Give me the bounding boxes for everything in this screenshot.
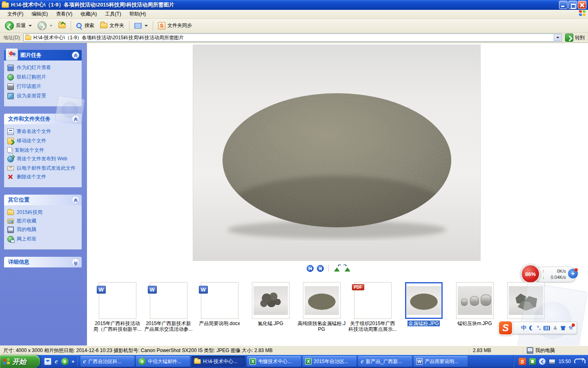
thumbnail-item[interactable]: 高纯级脱氢金属锰粉.JPG — [296, 282, 347, 343]
next-image-button[interactable] — [317, 265, 324, 272]
menu-item[interactable]: 帮助(H) — [125, 10, 150, 18]
thumbnail-label[interactable]: 关于组织2015年广西科技活动周重点展示... — [348, 321, 398, 332]
collapse-chevron-icon[interactable] — [72, 115, 79, 123]
panel-file-tasks-body: 重命名这个文件 移动这个文件 复制这个文件 — [4, 124, 82, 187]
menu-item[interactable]: 文件(F) — [3, 10, 27, 18]
thumbnail-label[interactable]: 高纯级脱氢金属锰粉.JPG — [297, 321, 347, 332]
taskbar-window-button[interactable]: e 新产品_广西新... — [358, 356, 412, 367]
ime-settings-icon[interactable]: ⚒ — [568, 325, 573, 331]
menu-item[interactable]: 编辑(E) — [27, 10, 52, 18]
taskbar-window-button[interactable]: e 中信大锰邮件... — [136, 356, 190, 367]
views-dropdown-icon[interactable] — [145, 25, 148, 27]
views-button[interactable] — [132, 22, 150, 30]
task-link[interactable]: 作为幻灯片查看 — [7, 65, 79, 71]
thumbnail-label[interactable]: 金属锰粉.JPG — [408, 321, 440, 326]
back-button[interactable]: 后退 — [2, 20, 34, 31]
address-input[interactable]: H:\4-技术中心\（1-9）各项科技活动\2015科技周\科技活动周所需图片 — [23, 34, 562, 42]
forward-button[interactable] — [35, 20, 55, 31]
thumbnail-label[interactable]: 氮化锰.JPG — [258, 321, 283, 326]
close-button[interactable] — [578, 1, 586, 9]
ime-fullhalf-moon-icon[interactable] — [529, 325, 534, 330]
taskbar-window-button[interactable]: e 广西自治区科... — [80, 356, 134, 367]
thumbnail-box[interactable] — [405, 282, 443, 319]
ime-punctuation[interactable]: °, — [537, 322, 541, 334]
thumbnail-item[interactable]: 氮化锰.JPG — [245, 282, 296, 343]
tray-usb-icon[interactable] — [529, 358, 536, 365]
thumbnail-label[interactable]: 产品简要说明.docx — [199, 321, 240, 326]
task-link[interactable]: 以电子邮件形式发送此文件 — [7, 165, 79, 171]
panel-details-header[interactable]: 详细信息 — [4, 257, 82, 267]
collapse-chevron-icon[interactable] — [72, 196, 79, 204]
tray-network-icon[interactable] — [549, 359, 555, 364]
taskbar-window-button[interactable]: X 2015年自治区... — [303, 356, 356, 367]
ime-toolbar[interactable]: S 中 °, ♟ ⚒ — [508, 322, 577, 334]
thumbnail-image — [458, 286, 492, 315]
previous-image-button[interactable] — [307, 265, 314, 272]
thumbnail-label[interactable]: 锰铝压块m.JPG — [457, 321, 492, 326]
search-button[interactable]: 搜索 — [74, 21, 97, 30]
place-link[interactable]: 2015科技周 — [7, 209, 79, 215]
tray-cloud-icon[interactable] — [574, 358, 585, 365]
forward-dropdown-icon[interactable] — [49, 25, 53, 27]
panel-picture-tasks-header[interactable]: 图片任务 — [4, 50, 82, 61]
menu-item[interactable]: 工具(T) — [101, 10, 125, 18]
thumbnail-item[interactable]: W 2015年广西科技活动周（广西科技创新平... — [92, 282, 143, 343]
thumbnail-box[interactable]: PDF — [354, 282, 392, 319]
place-link[interactable]: 网上邻居 — [7, 236, 79, 242]
expand-chevron-icon[interactable] — [72, 258, 79, 266]
thumbnail-item[interactable]: 锰铝压块m.JPG — [449, 282, 500, 343]
address-dropdown-button[interactable] — [554, 34, 561, 41]
tray-collapse-chevron[interactable] — [539, 358, 546, 365]
rotate-counterclockwise-button[interactable] — [333, 265, 341, 272]
folder-sync-button[interactable]: S 文件夹同步 — [156, 21, 194, 31]
thumbnail-box[interactable] — [252, 282, 290, 319]
menu-item[interactable]: 查看(V) — [52, 10, 76, 18]
task-link[interactable]: 重命名这个文件 — [7, 128, 79, 135]
start-button[interactable]: 开始 — [0, 355, 40, 368]
task-link[interactable]: 联机订购照片 — [7, 74, 79, 81]
menu-item[interactable]: 收藏(A) — [76, 10, 101, 18]
place-link[interactable]: 图片收藏 — [7, 218, 79, 224]
thumbnail-item[interactable]: W 2015年广西新技术新产品展示交流活动参... — [143, 282, 194, 343]
go-button[interactable]: 转到 — [564, 34, 586, 42]
speed-monitor-plus-button[interactable]: + — [568, 269, 578, 278]
thumbnail-box[interactable]: W — [99, 282, 136, 319]
rotate-clockwise-button[interactable] — [344, 265, 351, 272]
thumbnail-box[interactable] — [303, 282, 341, 319]
ime-keyboard-icon[interactable] — [543, 326, 550, 330]
thumbnail-label[interactable]: 2015年广西新技术新产品展示交流活动参... — [144, 321, 194, 332]
task-link[interactable]: 打印该图片 — [7, 83, 79, 90]
sogou-logo-icon[interactable]: S — [498, 321, 513, 335]
thumbnail-item[interactable]: PDF 关于组织2015年广西科技活动周重点展示... — [347, 282, 398, 343]
ime-skin-icon[interactable] — [560, 326, 566, 330]
minimize-button[interactable] — [559, 1, 568, 9]
thumbnail-box[interactable]: W — [150, 282, 187, 319]
thumbnail-box[interactable]: W — [201, 282, 238, 319]
tray-sogou-icon[interactable]: S — [519, 358, 526, 365]
task-link[interactable]: 将这个文件发布到 Web — [7, 156, 79, 162]
browser-green-icon[interactable]: e — [61, 358, 69, 365]
panel-other-places-header[interactable]: 其它位置 — [4, 195, 82, 205]
thumbnail-item[interactable]: W 产品简要说明.docx — [194, 282, 245, 343]
restore-button[interactable] — [568, 1, 577, 9]
up-button[interactable] — [56, 22, 68, 29]
taskbar-window-button[interactable]: X 韦慷技术中心... — [247, 356, 301, 367]
outlook-express-icon[interactable] — [44, 358, 51, 365]
thumbnail-item[interactable]: 金属锰粉.JPG — [398, 282, 449, 343]
taskbar-window-button[interactable]: W 产品简要说明... — [414, 356, 468, 367]
quick-launch-overflow-chevron[interactable]: » — [72, 359, 74, 364]
task-link[interactable]: 复制这个文件 — [7, 147, 79, 153]
ime-mode-chinese[interactable]: 中 — [521, 322, 526, 334]
folders-button[interactable]: 文件夹 — [98, 21, 127, 30]
memory-percent-badge[interactable]: 86% — [521, 264, 540, 284]
collapse-chevron-icon[interactable] — [72, 52, 79, 59]
ime-account-icon[interactable]: ♟ — [553, 322, 558, 334]
thumbnail-box[interactable] — [456, 282, 494, 319]
task-link[interactable]: 移动这个文件 — [7, 138, 79, 144]
thumbnail-label[interactable]: 2015年广西科技活动周（广西科技创新平... — [93, 321, 143, 332]
back-dropdown-icon[interactable] — [29, 25, 32, 27]
internet-explorer-icon[interactable]: e — [55, 358, 58, 365]
taskbar-window-button[interactable]: H:\4-技术中心... — [192, 356, 245, 367]
task-link[interactable]: 删除这个文件 — [7, 174, 79, 180]
place-link[interactable]: 我的电脑 — [7, 227, 79, 233]
